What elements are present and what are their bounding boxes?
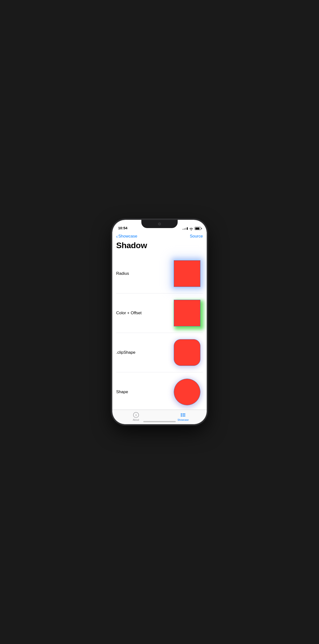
- tab-showcase-label: Showcase: [178, 418, 188, 421]
- status-icons: [182, 227, 201, 230]
- color-offset-visual: [174, 300, 200, 326]
- tab-showcase[interactable]: Showcase: [176, 412, 190, 421]
- phone-screen: 10:54: [112, 220, 207, 424]
- list-item: Radius: [116, 254, 203, 294]
- row-visual-shape: [171, 376, 203, 408]
- phone-device: 10:54: [112, 220, 207, 424]
- row-label-color-offset: Color + Offset: [116, 310, 171, 316]
- list-item: .clipShape: [116, 333, 203, 372]
- row-visual-clipshape: [171, 337, 203, 368]
- row-label-shape: Shape: [116, 390, 171, 394]
- clipshape-visual: [174, 339, 200, 366]
- svg-point-6: [181, 416, 182, 417]
- signal-icon: [182, 227, 188, 230]
- list-item: Color + Offset: [116, 294, 203, 333]
- shadow-list: Radius Color + Offset .clipShape: [112, 254, 207, 410]
- back-label: Showcase: [118, 234, 137, 239]
- list-item: Shape: [116, 372, 203, 410]
- navigation-bar: ‹ Showcase Source: [112, 232, 207, 240]
- svg-text:i: i: [136, 413, 136, 417]
- battery-fill: [195, 228, 200, 230]
- home-indicator: [143, 421, 176, 422]
- info-circle-icon: i: [133, 412, 139, 418]
- page-title: Shadow: [112, 240, 207, 254]
- row-visual-radius: [171, 258, 203, 289]
- svg-point-4: [181, 414, 182, 416]
- notch: [141, 220, 178, 228]
- back-button[interactable]: ‹ Showcase: [116, 234, 137, 239]
- row-label-radius: Radius: [116, 271, 171, 276]
- svg-rect-7: [182, 416, 186, 416]
- front-camera: [158, 222, 161, 226]
- source-button[interactable]: Source: [190, 234, 203, 239]
- row-visual-color-offset: [171, 297, 203, 329]
- main-content: ‹ Showcase Source Shadow Radius Col: [112, 232, 207, 410]
- chevron-left-icon: ‹: [116, 234, 118, 239]
- row-label-clipshape: .clipShape: [116, 350, 171, 355]
- tab-about[interactable]: i About: [129, 412, 143, 421]
- battery-icon: [194, 227, 201, 230]
- list-icon: [180, 412, 186, 418]
- svg-point-2: [181, 413, 182, 414]
- shape-visual: [174, 379, 200, 405]
- tab-about-label: About: [133, 418, 139, 421]
- svg-rect-3: [182, 414, 186, 414]
- radius-visual: [174, 260, 200, 287]
- status-time: 10:54: [118, 226, 127, 230]
- svg-rect-5: [182, 415, 186, 415]
- wifi-icon: [189, 227, 193, 230]
